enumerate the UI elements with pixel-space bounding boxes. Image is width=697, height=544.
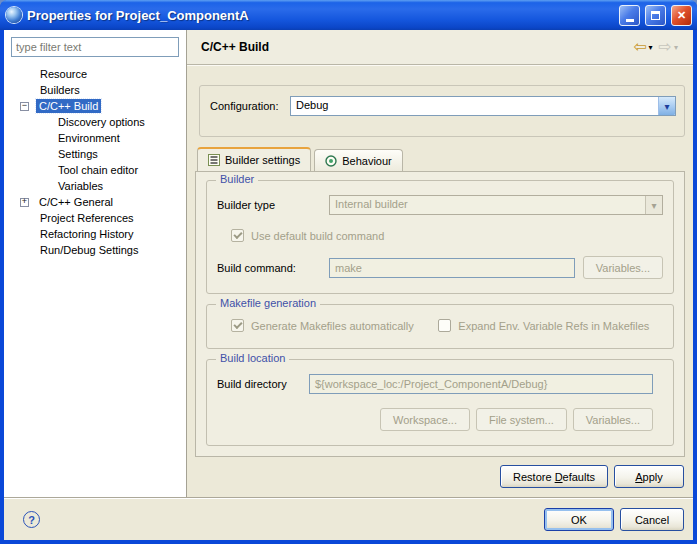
build-directory-label: Build directory (217, 378, 309, 390)
makefile-generation-group: Makefile generation Generate Makefiles a… (206, 304, 674, 349)
builder-group-label: Builder (216, 173, 258, 185)
tree-collapse-icon[interactable] (20, 102, 29, 111)
preferences-sidebar: Resource Builders C/C++ Build Discovery … (4, 30, 187, 497)
page-header: C/C++ Build ⇦ ▾ ⇨ ▾ (187, 30, 693, 65)
builder-settings-icon (208, 154, 220, 166)
builder-type-value: Internal builder (330, 196, 645, 214)
close-button[interactable]: ✕ (671, 5, 692, 26)
variables-button: Variables... (583, 256, 663, 279)
workspace-button: Workspace... (380, 408, 470, 431)
preferences-tree: Resource Builders C/C++ Build Discovery … (11, 66, 179, 258)
tab-builder-settings[interactable]: Builder settings (197, 147, 311, 171)
tree-item-project-references[interactable]: Project References (11, 210, 179, 226)
minimize-button[interactable] (619, 5, 640, 26)
tree-item-environment[interactable]: Environment (11, 130, 179, 146)
forward-arrow-icon: ⇨ (659, 39, 672, 55)
builder-type-label: Builder type (217, 199, 329, 211)
cancel-button[interactable]: Cancel (620, 508, 684, 531)
close-icon: ✕ (677, 10, 686, 21)
help-button[interactable]: ? (23, 511, 40, 528)
back-button[interactable]: ⇦ ▾ (630, 38, 655, 56)
configuration-label: Configuration: (210, 100, 290, 112)
chevron-down-icon[interactable] (658, 97, 675, 115)
main-panel: C/C++ Build ⇦ ▾ ⇨ ▾ Configuration: Debug (187, 30, 693, 497)
maximize-icon (651, 11, 660, 20)
build-directory-input: ${workspace_loc:/Project_ComponentA/Debu… (309, 374, 653, 394)
build-tabfolder: Builder settings Behaviour Builder Build… (195, 147, 685, 457)
dialog-footer: ? OK Cancel (4, 499, 693, 540)
makefile-generation-group-label: Makefile generation (216, 297, 320, 309)
page-title: C/C++ Build (201, 40, 630, 54)
window-icon (6, 7, 22, 23)
tab-label: Builder settings (225, 154, 300, 166)
generate-makefiles-label: Generate Makefiles automatically (251, 320, 414, 332)
use-default-build-command-checkbox (231, 229, 244, 242)
expand-env-refs-checkbox (438, 319, 451, 332)
help-icon: ? (28, 514, 35, 526)
build-command-input: make (329, 258, 575, 278)
tree-item-discovery-options[interactable]: Discovery options (11, 114, 179, 130)
builder-group: Builder Builder type Internal builder Us… (206, 180, 674, 294)
tree-item-variables[interactable]: Variables (11, 178, 179, 194)
tree-item-run-debug-settings[interactable]: Run/Debug Settings (11, 242, 179, 258)
chevron-down-icon (645, 196, 662, 214)
build-location-group-label: Build location (216, 352, 289, 364)
tab-label: Behaviour (342, 155, 392, 167)
use-default-build-command-label: Use default build command (251, 230, 384, 242)
file-system-button: File system... (476, 408, 567, 431)
back-menu-caret-icon: ▾ (649, 43, 653, 52)
ok-button[interactable]: OK (544, 508, 614, 531)
generate-makefiles-checkbox (231, 319, 244, 332)
builder-type-combobox: Internal builder (329, 195, 663, 215)
forward-menu-caret-icon: ▾ (674, 43, 678, 52)
tree-item-cpp-general[interactable]: C/C++ General (11, 194, 179, 210)
window-title: Properties for Project_ComponentA (27, 8, 614, 23)
variables-location-button: Variables... (573, 408, 653, 431)
behaviour-icon (325, 155, 337, 167)
expand-env-refs-label: Expand Env. Variable Refs in Makefiles (458, 320, 649, 332)
build-command-label: Build command: (217, 262, 329, 274)
forward-button: ⇨ ▾ (656, 38, 681, 56)
tree-item-resource[interactable]: Resource (11, 66, 179, 82)
tree-item-cpp-build[interactable]: C/C++ Build (11, 98, 179, 114)
tree-item-refactoring-history[interactable]: Refactoring History (11, 226, 179, 242)
tree-item-tool-chain-editor[interactable]: Tool chain editor (11, 162, 179, 178)
tab-behaviour[interactable]: Behaviour (314, 149, 403, 171)
configuration-value: Debug (291, 97, 658, 115)
tree-item-settings[interactable]: Settings (11, 146, 179, 162)
tree-item-builders[interactable]: Builders (11, 82, 179, 98)
tree-expand-icon[interactable] (20, 198, 29, 207)
restore-defaults-button[interactable]: Restore Defaults (500, 465, 608, 488)
titlebar[interactable]: Properties for Project_ComponentA ✕ (0, 0, 697, 30)
apply-button[interactable]: Apply (614, 465, 684, 488)
page-actions: Restore Defaults Apply (187, 465, 684, 488)
properties-dialog: Properties for Project_ComponentA ✕ Reso… (0, 0, 697, 544)
minimize-icon (626, 19, 634, 22)
filter-input[interactable] (11, 37, 179, 57)
configuration-combobox[interactable]: Debug (290, 96, 676, 116)
maximize-button[interactable] (645, 5, 666, 26)
build-location-group: Build location Build directory ${workspa… (206, 359, 674, 446)
configuration-group: Configuration: Debug (199, 85, 685, 137)
back-arrow-icon: ⇦ (633, 39, 646, 55)
builder-settings-pane: Builder Builder type Internal builder Us… (195, 171, 685, 457)
